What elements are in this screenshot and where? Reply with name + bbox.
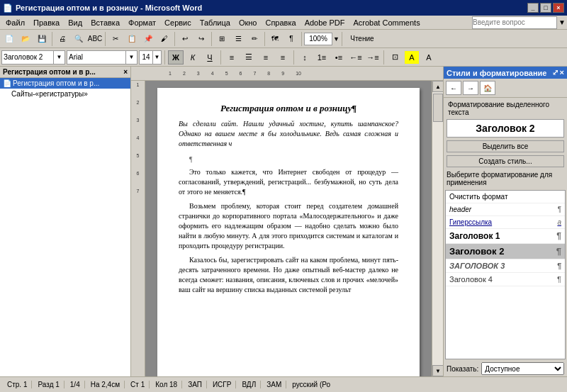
close-button[interactable]: × <box>553 3 564 13</box>
doc-page: Регистрация оптом и в розницу¶ Вы сделал… <box>157 88 420 376</box>
line-spacing-button[interactable]: ↕ <box>297 50 313 65</box>
style-dropdown-arrow[interactable]: ▼ <box>53 51 64 64</box>
help-arrow[interactable]: ▼ <box>558 18 566 26</box>
doc-para-mark: ¶ <box>179 155 398 164</box>
align-center-button[interactable]: ☰ <box>241 50 257 65</box>
window-controls[interactable]: _ □ × <box>527 3 564 13</box>
open-button[interactable]: 📂 <box>18 31 33 47</box>
ruler-mark-10: 10 <box>296 71 301 76</box>
outside-border-button[interactable]: ⊡ <box>387 50 403 65</box>
menu-table[interactable]: Таблица <box>196 17 235 28</box>
style-hyperlink-mark: а <box>557 218 561 226</box>
decrease-indent-button[interactable]: ←≡ <box>348 50 364 65</box>
vertical-scrollbar[interactable]: ▲ ▼ <box>432 81 443 376</box>
vruler-6: 6 <box>137 171 140 176</box>
doc-map-button[interactable]: 🗺 <box>267 31 283 47</box>
scroll-up-arrow[interactable]: ▲ <box>432 81 443 92</box>
font-color-button[interactable]: A <box>421 50 437 65</box>
new-button[interactable]: 📄 <box>1 31 17 47</box>
save-button[interactable]: 💾 <box>34 31 50 47</box>
show-row: Показать: Доступное Все стили Использова… <box>444 361 567 376</box>
menu-view[interactable]: Вид <box>64 17 86 28</box>
zoom-dropdown[interactable]: ▼ <box>333 35 339 43</box>
doc-scroll-area[interactable]: Регистрация оптом и в розницу¶ Вы сделал… <box>145 81 432 376</box>
doc-para-3: Казалось бы, зарегистрировать сайт на ка… <box>179 255 398 295</box>
tree-item-section[interactable]: Сайты-«регистратуры» <box>0 89 130 99</box>
panel-resize-icon[interactable]: ⤢ <box>552 68 558 77</box>
highlight-button[interactable]: A <box>404 50 420 65</box>
menu-tools[interactable]: Сервис <box>160 17 196 28</box>
bold-button[interactable]: Ж <box>168 50 184 65</box>
panel-close[interactable]: × <box>123 68 128 76</box>
align-right-button[interactable]: ≡ <box>258 50 274 65</box>
separator-4 <box>211 32 212 46</box>
ruler-mark-1: 1 <box>169 71 172 76</box>
preview-button[interactable]: 🔍 <box>71 31 86 47</box>
doc-para-2: Возьмем проблему, которая стоит перед со… <box>179 201 398 251</box>
menu-file[interactable]: Файл <box>1 17 29 28</box>
columns-button[interactable]: ☰ <box>230 31 246 47</box>
italic-button[interactable]: К <box>185 50 201 65</box>
create-style-button[interactable]: Создать стиль... <box>447 155 564 167</box>
menu-edit[interactable]: Правка <box>29 17 64 28</box>
style-heading2-mark: ¶ <box>556 246 561 257</box>
print-button[interactable]: 🖨 <box>55 31 70 47</box>
reading-mode-button[interactable]: Чтение <box>344 31 380 47</box>
panel-header-buttons[interactable]: ⤢ × <box>552 68 564 77</box>
menu-help[interactable]: Справка <box>261 17 300 28</box>
panel-close-icon[interactable]: × <box>560 68 564 77</box>
style-heading2[interactable]: Заголовок 2 ¶ <box>446 244 565 259</box>
maximize-button[interactable]: □ <box>540 3 551 13</box>
bullets-button[interactable]: •≡ <box>331 50 347 65</box>
zoom-input[interactable] <box>304 33 332 45</box>
minimize-button[interactable]: _ <box>527 3 539 13</box>
increase-indent-button[interactable]: →≡ <box>365 50 381 65</box>
justify-button[interactable]: ≡ <box>275 50 291 65</box>
size-selector-value: 14 <box>140 53 152 61</box>
menu-format[interactable]: Формат <box>124 17 160 28</box>
separator-2 <box>105 32 106 46</box>
style-heading3[interactable]: ЗАГОЛОВОК 3 ¶ <box>446 259 565 273</box>
style-hyperlink[interactable]: Гиперссылка а <box>446 216 565 229</box>
menu-window[interactable]: Окно <box>235 17 262 28</box>
scroll-down-arrow[interactable]: ▼ <box>432 365 443 376</box>
style-heading4[interactable]: Заголовок 4 ¶ <box>446 273 565 286</box>
style-clear-format[interactable]: Очистить формат <box>446 191 565 203</box>
numbering-button[interactable]: 1≡ <box>314 50 330 65</box>
menu-acrobat[interactable]: Acrobat Comments <box>349 17 425 28</box>
scroll-thumb[interactable] <box>433 94 443 122</box>
drawing-button[interactable]: ✏ <box>247 31 262 47</box>
show-hide-button[interactable]: ¶ <box>284 31 299 47</box>
separator-7 <box>342 32 342 46</box>
underline-button[interactable]: Ч <box>202 50 218 65</box>
size-dropdown-arrow[interactable]: ▼ <box>152 51 161 64</box>
font-dropdown-arrow[interactable]: ▼ <box>125 51 137 64</box>
ruler-mark-4: 4 <box>211 71 214 76</box>
format-painter-button[interactable]: 🖌 <box>157 31 172 47</box>
redo-button[interactable]: ↪ <box>193 31 209 47</box>
copy-button[interactable]: 📋 <box>124 31 140 47</box>
show-select[interactable]: Доступное Все стили Использованные <box>481 362 564 375</box>
help-search-input[interactable] <box>472 16 557 29</box>
menu-pdf[interactable]: Adobe PDF <box>301 17 349 28</box>
align-left-button[interactable]: ≡ <box>224 50 240 65</box>
select-all-button[interactable]: Выделить все <box>447 140 564 152</box>
styles-back-button[interactable]: ← <box>446 81 461 95</box>
scroll-track[interactable] <box>432 92 443 365</box>
paste-button[interactable]: 📌 <box>140 31 156 47</box>
style-heading1-label: Заголовок 1 <box>449 231 500 241</box>
tree-item-doc[interactable]: 📄 Регистрация оптом и в р... <box>0 78 130 89</box>
style-header[interactable]: header ¶ <box>446 203 565 216</box>
spellcheck-button[interactable]: ABC <box>87 31 103 47</box>
style-selector-value: Заголовок 2 <box>2 53 53 61</box>
style-heading1[interactable]: Заголовок 1 ¶ <box>446 229 565 244</box>
vruler-4: 4 <box>137 135 140 140</box>
style-header-label: header <box>449 206 471 213</box>
cut-button[interactable]: ✂ <box>108 31 123 47</box>
menu-insert[interactable]: Вставка <box>86 17 124 28</box>
table-button[interactable]: ⊞ <box>214 31 230 47</box>
styles-forward-button[interactable]: → <box>463 81 478 95</box>
current-heading2-btn[interactable]: Заголовок 2 <box>447 119 564 138</box>
styles-home-button[interactable]: 🏠 <box>480 81 495 95</box>
undo-button[interactable]: ↩ <box>177 31 193 47</box>
